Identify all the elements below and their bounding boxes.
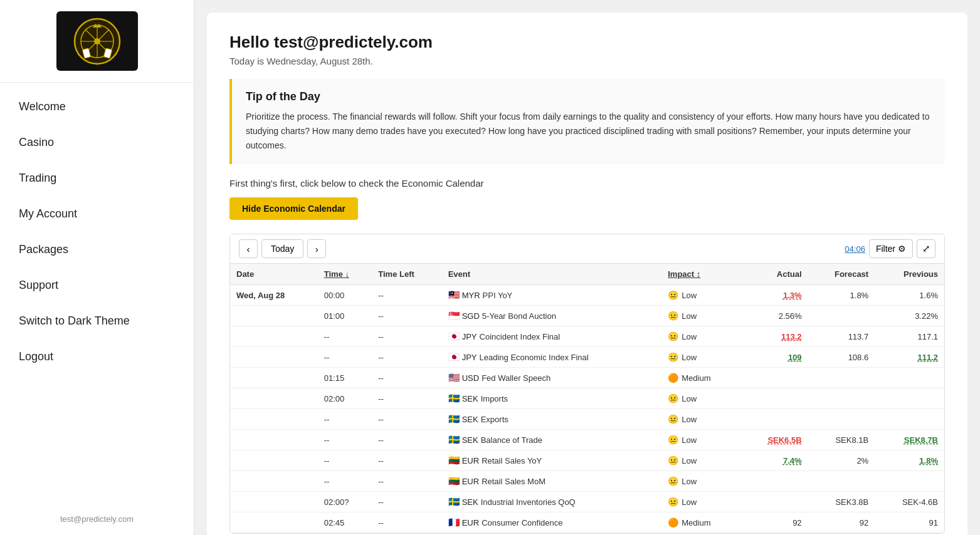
event-name: 5-Year Bond Auction: [482, 311, 556, 321]
cell-event: 🇸🇪SEKImports: [442, 388, 662, 409]
cell-date: [230, 409, 318, 430]
sidebar-item-casino[interactable]: Casino: [0, 125, 194, 160]
cell-date: [230, 306, 318, 326]
sidebar-item-logout[interactable]: Logout: [0, 339, 194, 375]
cell-impact: 😐Low: [661, 450, 741, 471]
col-impact[interactable]: Impact ↕: [661, 264, 741, 285]
calendar-toolbar: ‹ Today › 04:06 Filter ⚙ ⤢: [230, 234, 944, 264]
sidebar-item-packages[interactable]: Packages: [0, 232, 194, 268]
event-name: Imports: [481, 394, 508, 403]
impact-label: Low: [682, 435, 697, 445]
cell-forecast: [808, 409, 875, 430]
table-row: 02:00--🇸🇪SEKImports😐Low: [230, 388, 944, 409]
cell-time: 01:00: [318, 306, 372, 326]
flag-icon: 🇯🇵: [448, 351, 460, 362]
actual-value: 7.4%: [783, 456, 802, 465]
calendar-table-body: Wed, Aug 2800:00--🇲🇾MYRPPI YoY😐Low1.3%1.…: [230, 285, 944, 533]
sidebar-logo: [0, 0, 194, 83]
impact-icon: 😐: [668, 352, 678, 362]
table-row: 01:00--🇸🇬SGD5-Year Bond Auction😐Low2.56%…: [230, 306, 944, 326]
impact-icon: 🟠: [668, 517, 678, 527]
toggle-calendar-button[interactable]: Hide Economic Calendar: [229, 197, 358, 220]
currency-label: SGD: [462, 311, 480, 321]
cell-date: [230, 450, 318, 471]
event-name: Consumer Confidence: [482, 518, 562, 527]
event-name: Retail Sales YoY: [482, 456, 542, 465]
cell-forecast: [808, 471, 875, 492]
main-content: Hello test@predictely.com Today is Wedne…: [194, 0, 980, 535]
cell-time-left: --: [372, 368, 441, 388]
cell-forecast: SEK8.1B: [808, 430, 875, 450]
sidebar-item-support[interactable]: Support: [0, 268, 194, 303]
cell-impact: 😐Low: [661, 388, 741, 409]
sidebar-item-trading[interactable]: Trading: [0, 160, 194, 196]
col-forecast: Forecast: [808, 264, 875, 285]
cell-actual: 1.3%: [741, 285, 808, 306]
cell-forecast: SEK3.8B: [808, 492, 875, 512]
calendar-filter-button[interactable]: Filter ⚙: [869, 239, 913, 258]
calendar-expand-button[interactable]: ⤢: [917, 239, 935, 258]
sidebar-item-dark-theme[interactable]: Switch to Dark Theme: [0, 303, 194, 339]
calendar-prev-button[interactable]: ‹: [239, 239, 258, 258]
col-time[interactable]: Time ↓: [318, 264, 372, 285]
cell-time: 02:00?: [318, 492, 372, 512]
previous-value: SEK-4.6B: [902, 497, 938, 507]
cell-forecast: 92: [808, 512, 875, 533]
cell-date: Wed, Aug 28: [230, 285, 318, 306]
sidebar-nav: Welcome Casino Trading My Account Packag…: [0, 89, 194, 375]
cell-previous: 3.22%: [875, 306, 944, 326]
previous-value: 1.8%: [919, 456, 938, 465]
cell-date: [230, 512, 318, 533]
logo-box: [56, 11, 138, 71]
cell-date: [230, 492, 318, 512]
table-row: ----🇯🇵JPYCoincident Index Final😐Low113.2…: [230, 326, 944, 347]
calendar-table: Date Time ↓ Time Left Event Impact ↕ Act…: [230, 264, 944, 533]
cell-time-left: --: [372, 285, 441, 306]
flag-icon: 🇱🇹: [448, 475, 460, 486]
cell-previous: 1.8%: [875, 450, 944, 471]
cell-previous: [875, 368, 944, 388]
cell-event: 🇱🇹EURRetail Sales MoM: [442, 471, 662, 492]
impact-label: Low: [682, 477, 697, 486]
col-event: Event: [442, 264, 662, 285]
cell-time-left: --: [372, 430, 441, 450]
cell-date: [230, 326, 318, 347]
cell-previous: SEK8.7B: [875, 430, 944, 450]
tip-body: Prioritize the process. The financial re…: [246, 110, 931, 153]
cell-time-left: --: [372, 347, 441, 368]
cell-date: [230, 347, 318, 368]
sidebar-item-my-account[interactable]: My Account: [0, 196, 194, 232]
cell-event: 🇸🇬SGD5-Year Bond Auction: [442, 306, 662, 326]
table-row: ----🇱🇹EURRetail Sales YoY😐Low7.4%2%1.8%: [230, 450, 944, 471]
cell-actual: [741, 368, 808, 388]
cell-event: 🇱🇹EURRetail Sales YoY: [442, 450, 662, 471]
col-actual: Actual: [741, 264, 808, 285]
flag-icon: 🇺🇸: [448, 372, 460, 383]
currency-label: JPY: [462, 332, 477, 341]
sidebar-item-welcome[interactable]: Welcome: [0, 89, 194, 125]
impact-label: Low: [682, 394, 697, 403]
flag-icon: 🇸🇬: [448, 310, 460, 321]
cell-impact: 🟠Medium: [661, 512, 741, 533]
impact-icon: 😐: [668, 497, 678, 507]
currency-label: USD: [462, 373, 479, 383]
flag-icon: 🇫🇷: [448, 517, 460, 527]
cell-date: [230, 368, 318, 388]
calendar-time-link[interactable]: 04:06: [845, 244, 865, 254]
impact-icon: 😐: [668, 455, 678, 465]
calendar-next-button[interactable]: ›: [307, 239, 326, 258]
filter-label: Filter: [876, 244, 895, 254]
previous-value: 117.1: [917, 332, 938, 341]
cell-previous: SEK-4.6B: [875, 492, 944, 512]
cell-event: 🇯🇵JPYCoincident Index Final: [442, 326, 662, 347]
cell-actual: [741, 388, 808, 409]
impact-label: Low: [682, 456, 697, 465]
tip-box: Tip of the Day Prioritize the process. T…: [229, 79, 945, 164]
previous-value: 3.22%: [915, 311, 938, 321]
table-row: 01:15--🇺🇸USDFed Waller Speech🟠Medium: [230, 368, 944, 388]
calendar-today-button[interactable]: Today: [261, 239, 303, 258]
cell-time-left: --: [372, 492, 441, 512]
filter-icon: ⚙: [898, 244, 906, 254]
cell-event: 🇺🇸USDFed Waller Speech: [442, 368, 662, 388]
cell-date: [230, 471, 318, 492]
